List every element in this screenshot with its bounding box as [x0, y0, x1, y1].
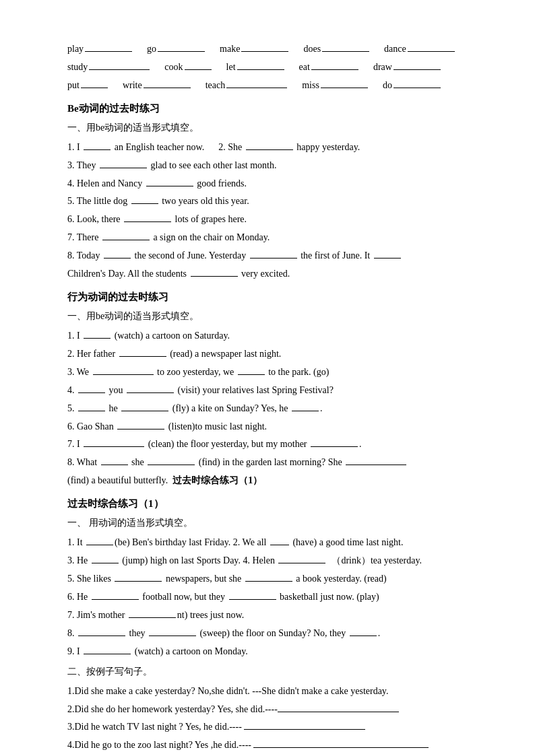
- vocab-item: eat: [299, 59, 360, 75]
- line: 2. Her father (read) a newspaper last ni…: [67, 345, 481, 363]
- line: 6. Look, there lots of grapes here.: [67, 211, 481, 228]
- line: 1. It (be) Ben's birthday last Friday. 2…: [67, 534, 481, 551]
- line: 1. I an English teacher now. 2. She happ…: [67, 139, 481, 156]
- vocab-item: let: [226, 59, 286, 75]
- section1-title: Be动词的过去时练习: [67, 100, 481, 118]
- line: 1. I (watch) a cartoon on Saturday.: [67, 327, 481, 345]
- vocab-item: draw: [373, 59, 442, 75]
- vocab-item: teach: [206, 77, 289, 94]
- vocab-item: write: [123, 77, 192, 94]
- vocab-row-2: study cook let eat draw: [67, 59, 481, 75]
- section2-title: 行为动词的过去时练习: [67, 288, 481, 306]
- line: 8. Today the second of June. Yesterday t…: [67, 247, 481, 265]
- section4-sub: 二、按例子写句子。: [67, 663, 481, 680]
- section3-sub: 一、 用动词的适当形式填空。: [67, 514, 481, 531]
- vocab-item: go: [147, 40, 206, 57]
- line: 3. He (jump) high on last Sports Day. 4.…: [67, 552, 481, 570]
- vocab-item: put: [67, 77, 109, 94]
- line: 7. I (clean) the floor yesterday, but my…: [67, 436, 481, 453]
- vocab-item: make: [220, 40, 290, 57]
- line: 9. I (watch) a cartoon on Monday.: [67, 643, 481, 660]
- line: 5. She likes newspapers, but she a book …: [67, 570, 481, 588]
- line: 3.Did he watch TV last night ? Yes, he d…: [67, 718, 481, 736]
- line: (find) a beautiful butterfly. 过去时综合练习（1）: [67, 472, 481, 489]
- line: 6. He football now, but they basketball …: [67, 588, 481, 606]
- line: 8. they (sweep) the floor on Sunday? No,…: [67, 625, 481, 642]
- section3-title: 过去时综合练习（1）: [67, 495, 481, 513]
- section3-content: 1. It (be) Ben's birthday last Friday. 2…: [67, 534, 481, 660]
- inline-section-title: 过去时综合练习（1）: [172, 475, 262, 485]
- line: 1.Did she make a cake yesterday? No,she …: [67, 683, 481, 700]
- section2-sub: 一、用be动词的适当形式填空。: [67, 308, 481, 324]
- section4-content: 1.Did she make a cake yesterday? No,she …: [67, 683, 481, 755]
- line: 4. Helen and Nancy good friends.: [67, 175, 481, 193]
- line: 5. he (fly) a kite on Sunday? Yes, he .: [67, 400, 481, 417]
- section1-content: 1. I an English teacher now. 2. She happ…: [67, 139, 481, 283]
- vocab-row-3: put write teach miss do: [67, 77, 481, 94]
- line: 3. They glad to see each other last mont…: [67, 157, 481, 174]
- vocab-item: study: [67, 59, 151, 75]
- line: 5. The little dog two years old this yea…: [67, 193, 481, 210]
- vocab-item: do: [383, 77, 442, 94]
- vocab-section: play go make does dance study cook let e…: [67, 40, 481, 94]
- section2-content: 1. I (watch) a cartoon on Saturday. 2. H…: [67, 327, 481, 489]
- vocab-item: dance: [384, 40, 456, 57]
- line: 3. We to zoo yesterday, we to the park. …: [67, 364, 481, 381]
- vocab-item: does: [303, 40, 371, 57]
- line: 4. you (visit) your relatives last Sprin…: [67, 382, 481, 399]
- line: 7. Jim's mother nt) trees just now.: [67, 607, 481, 624]
- line: 8. What she (find) in the garden last mo…: [67, 454, 481, 471]
- vocab-item: miss: [302, 77, 369, 94]
- line: 2.Did she do her homework yesterday? Yes…: [67, 701, 481, 718]
- line: 6. Gao Shan (listen)to music last night.: [67, 418, 481, 436]
- line: Children's Day. All the students very ex…: [67, 265, 481, 283]
- vocab-item: play: [67, 40, 133, 57]
- line: 7. There a sign on the chair on Monday.: [67, 229, 481, 246]
- vocab-row-1: play go make does dance: [67, 40, 481, 57]
- vocab-item: cook: [164, 59, 212, 75]
- section1-sub: 一、用be动词的适当形式填空。: [67, 119, 481, 136]
- line: 4.Did he go to the zoo last night? Yes ,…: [67, 736, 481, 754]
